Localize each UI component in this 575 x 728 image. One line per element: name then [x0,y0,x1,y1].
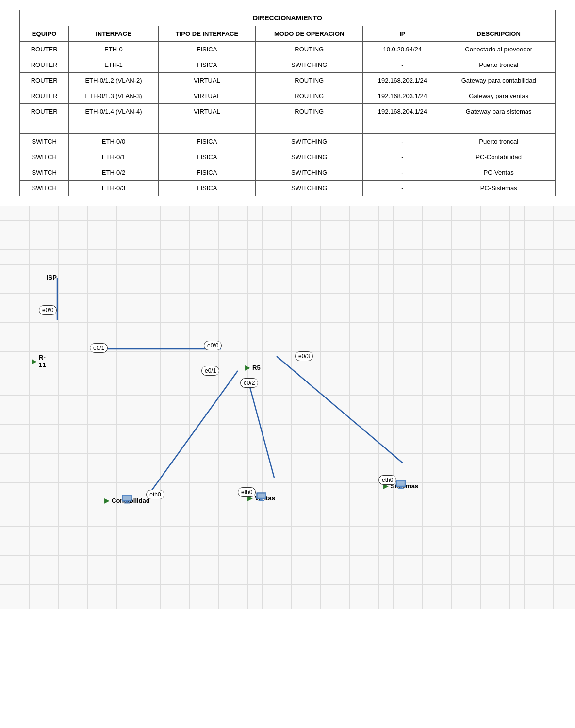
cell-0-1: ETH-0 [69,42,158,57]
cell-5-4 [363,119,442,134]
computer-ventas: eth0 ▶ Ventas [247,492,275,502]
cell-8-4: - [363,165,442,181]
table-header-row: EQUIPO INTERFACE TIPO DE INTERFACE MODO … [20,26,556,42]
svg-rect-24 [124,503,130,504]
col-tipo: TIPO DE INTERFACE [158,26,256,42]
cell-9-0: SWITCH [20,181,69,196]
cell-0-3: ROUTING [256,42,363,57]
cell-9-4: - [363,181,442,196]
svg-rect-32 [398,488,403,489]
cell-2-1: ETH-0/1.2 (VLAN-2) [69,73,158,88]
cell-0-0: ROUTER [20,42,69,57]
cell-6-0: SWITCH [20,134,69,149]
cell-3-4: 192.168.203.1/24 [363,88,442,104]
cell-9-5: PC-Sistemas [442,181,556,196]
svg-rect-28 [259,500,264,501]
svg-line-2 [150,371,238,492]
cell-4-2: VIRTUAL [158,104,256,119]
table-row: SWITCHETH-0/2FISICASWITCHING-PC-Ventas [20,165,556,181]
cell-3-3: ROUTING [256,88,363,104]
table-row: ROUTERETH-0FISICAROUTING10.0.20.94/24Con… [20,42,556,57]
cell-1-0: ROUTER [20,57,69,73]
r11-port-e00: e0/0 [39,305,57,315]
table-title: DIRECCIONAMIENTO [20,10,556,26]
svg-rect-26 [257,493,265,498]
cell-2-5: Gateway para contabilidad [442,73,556,88]
cell-6-4: - [363,134,442,149]
cell-3-2: VIRTUAL [158,88,256,104]
cell-3-1: ETH-0/1.3 (VLAN-3) [69,88,158,104]
cell-1-3: SWITCHING [256,57,363,73]
svg-line-3 [247,378,274,478]
cell-4-0: ROUTER [20,104,69,119]
cell-5-5 [442,119,556,134]
computer-contabilidad: eth0 ▶ Contabilidad [104,495,150,504]
cell-7-0: SWITCH [20,149,69,165]
sis-port-eth0: eth0 [378,475,396,485]
r5-label: R5 [252,364,261,371]
col-modo: MODO DE OPERACION [256,26,363,42]
cell-2-2: VIRTUAL [158,73,256,88]
cell-4-4: 192.168.204.1/24 [363,104,442,119]
cell-8-1: ETH-0/2 [69,165,158,181]
cell-8-2: FISICA [158,165,256,181]
r5-port-e01: e0/1 [201,366,219,376]
r11-port-e01: e0/1 [90,343,108,353]
direccionamiento-table: DIRECCIONAMIENTO EQUIPO INTERFACE TIPO D… [19,10,556,196]
cell-2-0: ROUTER [20,73,69,88]
cell-7-1: ETH-0/1 [69,149,158,165]
table-section: DIRECCIONAMIENTO EQUIPO INTERFACE TIPO D… [0,0,575,206]
col-ip: IP [363,26,442,42]
cell-4-5: Gateway para sistemas [442,104,556,119]
r5-port-e02: e0/2 [240,378,258,388]
cell-6-3: SWITCHING [256,134,363,149]
cell-3-5: Gateway para ventas [442,88,556,104]
table-row: SWITCHETH-0/1FISICASWITCHING-PC-Contabil… [20,149,556,165]
cell-0-5: Conectado al proveedor [442,42,556,57]
cell-7-5: PC-Contabilidad [442,149,556,165]
cell-4-1: ETH-0/1.4 (VLAN-4) [69,104,158,119]
cell-5-0 [20,119,69,134]
table-row: ROUTERETH-0/1.3 (VLAN-3)VIRTUALROUTING19… [20,88,556,104]
cell-8-5: PC-Ventas [442,165,556,181]
cell-4-3: ROUTING [256,104,363,119]
cell-9-3: SWITCHING [256,181,363,196]
cell-9-1: ETH-0/3 [69,181,158,196]
cell-9-2: FISICA [158,181,256,196]
col-desc: DESCRIPCION [442,26,556,42]
cell-6-5: Puerto troncal [442,134,556,149]
cell-2-3: ROUTING [256,73,363,88]
svg-rect-31 [400,487,402,488]
cell-8-0: SWITCH [20,165,69,181]
cell-1-1: ETH-1 [69,57,158,73]
table-row: SWITCHETH-0/3FISICASWITCHING-PC-Sistemas [20,181,556,196]
svg-rect-30 [397,481,405,486]
table-row: SWITCHETH-0/0FISICASWITCHING-Puerto tron… [20,134,556,149]
cell-5-1 [69,119,158,134]
cell-1-4: - [363,57,442,73]
table-row [20,119,556,134]
cell-8-3: SWITCHING [256,165,363,181]
cell-0-4: 10.0.20.94/24 [363,42,442,57]
cell-1-5: Puerto troncal [442,57,556,73]
table-row: ROUTERETH-1FISICASWITCHING-Puerto tronca… [20,57,556,73]
table-row: ROUTERETH-0/1.4 (VLAN-4)VIRTUALROUTING19… [20,104,556,119]
col-interface: INTERFACE [69,26,158,42]
col-equipo: EQUIPO [20,26,69,42]
cell-1-2: FISICA [158,57,256,73]
r5-port-e03: e0/3 [295,351,313,361]
cont-port-eth0: eth0 [146,490,164,499]
r11-label: R-11 [39,354,46,368]
cell-7-2: FISICA [158,149,256,165]
diagram-section: ISP ▶ R-11 e0/0 e0/1 [0,206,575,609]
svg-rect-23 [126,501,128,502]
table-body: ROUTERETH-0FISICAROUTING10.0.20.94/24Con… [20,42,556,196]
isp-label: ISP [47,274,57,281]
cell-5-2 [158,119,256,134]
cell-5-3 [256,119,363,134]
r5-port-e00: e0/0 [204,341,222,350]
cell-7-4: - [363,149,442,165]
cell-3-0: ROUTER [20,88,69,104]
cell-2-4: 192.168.202.1/24 [363,73,442,88]
diagram-svg [0,206,575,609]
